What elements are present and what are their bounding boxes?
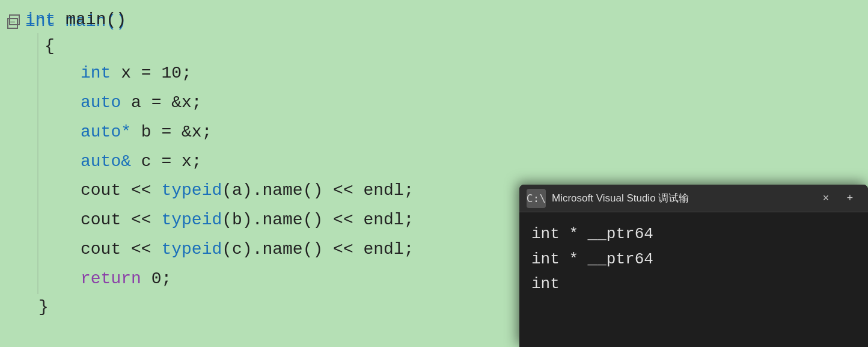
kw-auto-a: auto [81, 93, 121, 112]
terminal-popup: C:\ Microsoft Visual Studio 调试输 × + int … [519, 185, 868, 347]
terminal-output-line-3: int [531, 272, 856, 297]
terminal-output-line-1: int * __ptr64 [531, 222, 856, 247]
terminal-new-tab-btn[interactable]: + [839, 188, 861, 209]
close-brace: } [25, 294, 49, 320]
code-line-4: auto& c = x; [44, 147, 868, 177]
terminal-output-line-2: int * __ptr64 [531, 247, 856, 272]
kw-int: int [25, 7, 55, 32]
terminal-title: Microsoft Visual Studio 调试输 [552, 191, 813, 205]
fn-name: main() [55, 7, 126, 32]
terminal-app-icon: C:\ [527, 189, 546, 208]
code-line-2: auto a = &x; [44, 88, 868, 118]
output-text-2: int * __ptr64 [531, 247, 653, 272]
cmd-icon: C:\ [527, 192, 546, 204]
code-line-3: auto* b = &x; [44, 118, 868, 147]
cout-a: cout << typeid(a).name() << endl; [44, 181, 414, 200]
terminal-close-btn[interactable]: × [815, 188, 837, 209]
cout-b: cout << typeid(b).name() << endl; [44, 210, 414, 229]
var-b-assign: b = &x; [141, 123, 212, 141]
open-brace: { [38, 33, 55, 59]
open-brace-line: { [4, 33, 868, 59]
terminal-titlebar: C:\ Microsoft Visual Studio 调试输 × + [519, 185, 868, 212]
code-editor: − int main() − int main() { [0, 0, 868, 347]
var-c-assign: c = x; [141, 152, 202, 171]
terminal-body: int * __ptr64 int * __ptr64 int [519, 212, 868, 307]
var-x-assign: x = 10; [121, 64, 192, 82]
kw-auto-b: auto* [81, 123, 131, 141]
expand-collapse-btn[interactable]: − [9, 14, 20, 25]
function-line: − int main() [4, 7, 868, 32]
kw-int-x: int [81, 64, 111, 82]
kw-return: return [81, 269, 141, 288]
output-text-1: int * __ptr64 [531, 222, 653, 247]
kw-auto-c: auto& [81, 152, 131, 171]
code-line-1: int x = 10; [44, 59, 868, 88]
var-a-assign: a = &x; [131, 93, 202, 112]
return-val: 0; [151, 269, 172, 288]
output-text-3: int [531, 272, 560, 297]
cout-c: cout << typeid(c).name() << endl; [44, 240, 414, 259]
